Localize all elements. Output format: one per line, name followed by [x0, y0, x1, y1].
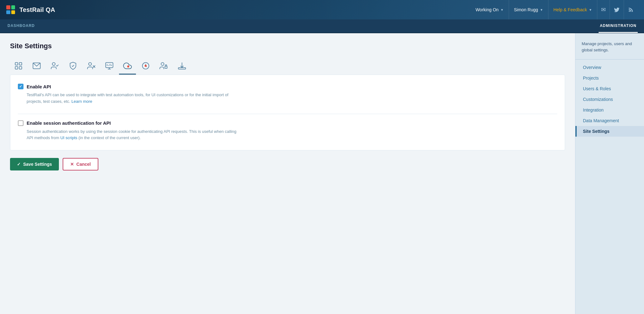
- download-icon: [178, 61, 186, 70]
- tab-user-access[interactable]: [155, 58, 172, 75]
- working-on-button[interactable]: Working On ▼: [470, 0, 509, 19]
- help-chevron-icon: ▼: [589, 8, 592, 12]
- shield-check-icon: [69, 61, 77, 70]
- learn-more-link[interactable]: Learn more: [71, 99, 92, 104]
- working-on-chevron-icon: ▼: [501, 8, 504, 12]
- mail-button[interactable]: ✉: [597, 0, 610, 19]
- cancel-label: Cancel: [76, 162, 91, 167]
- tab-export[interactable]: [174, 58, 190, 75]
- app-title: TestRail QA: [19, 6, 55, 13]
- svg-point-18: [145, 65, 147, 66]
- page-layout: Site Settings: [0, 33, 644, 314]
- sidebar: Manage projects, users and global settin…: [575, 33, 644, 314]
- svg-rect-20: [165, 66, 167, 68]
- rss-button[interactable]: [624, 0, 638, 19]
- logo-cell-yellow: [11, 10, 15, 14]
- save-label: Save Settings: [23, 162, 52, 167]
- user-menu-button[interactable]: Simon Rugg ▼: [509, 0, 548, 19]
- section-divider: [18, 114, 557, 114]
- sidebar-item-users-roles[interactable]: Users & Roles: [575, 83, 644, 94]
- user-check-icon: [50, 61, 59, 70]
- icon-tabs: [10, 58, 565, 75]
- cancel-button[interactable]: ✕ Cancel: [63, 158, 98, 170]
- tab-api[interactable]: [119, 58, 136, 75]
- session-description: Session authentication works by using th…: [18, 128, 237, 142]
- user-chevron-icon: ▼: [540, 8, 543, 12]
- svg-point-19: [161, 62, 164, 65]
- user-x-icon: [87, 61, 96, 70]
- tab-user-management[interactable]: [83, 58, 100, 75]
- tab-users[interactable]: [46, 58, 63, 75]
- sidebar-item-integration[interactable]: Integration: [575, 105, 644, 115]
- secondary-nav-right: ADMINISTRATION: [599, 19, 638, 33]
- tab-email[interactable]: [28, 58, 45, 75]
- session-section: Enable session authentication for API Se…: [18, 120, 557, 142]
- sidebar-item-data-management[interactable]: Data Management: [575, 115, 644, 126]
- sidebar-item-projects[interactable]: Projects: [575, 73, 644, 83]
- svg-rect-9: [106, 62, 113, 67]
- twitter-icon: [614, 7, 620, 13]
- user-name-label: Simon Rugg: [514, 7, 538, 12]
- sidebar-item-customizations[interactable]: Customizations: [575, 94, 644, 105]
- top-nav: TestRail QA Working On ▼ Simon Rugg ▼ He…: [0, 0, 644, 19]
- api-description: TestRail's API can be used to integrate …: [18, 92, 237, 105]
- email-icon: [32, 61, 41, 70]
- nav-administration[interactable]: ADMINISTRATION: [599, 19, 638, 33]
- api-header: Enable API: [18, 84, 557, 89]
- main-content: Site Settings: [0, 33, 575, 314]
- svg-point-5: [52, 62, 55, 65]
- enable-session-label: Enable session authentication for API: [27, 120, 111, 126]
- tab-general[interactable]: [10, 58, 27, 75]
- secondary-nav: DASHBOARD ADMINISTRATION: [0, 19, 644, 33]
- logo-cell-red: [6, 5, 10, 9]
- page-title: Site Settings: [10, 42, 565, 50]
- svg-rect-0: [15, 62, 18, 65]
- tab-time[interactable]: [137, 58, 154, 75]
- enable-session-checkbox[interactable]: [18, 120, 23, 126]
- enable-api-checkbox[interactable]: [18, 84, 23, 89]
- session-header: Enable session authentication for API: [18, 120, 557, 126]
- secondary-nav-left: DASHBOARD: [6, 19, 36, 33]
- tab-integration[interactable]: [101, 58, 118, 75]
- session-desc-after: (in the context of the current user).: [77, 135, 141, 140]
- api-desc-text: TestRail's API can be used to integrate …: [27, 92, 228, 104]
- rss-icon: [628, 7, 634, 13]
- ui-scripts-link[interactable]: UI scripts: [60, 135, 77, 140]
- svg-point-6: [89, 62, 91, 65]
- button-row: ✓ Save Settings ✕ Cancel: [10, 158, 565, 170]
- user-lock-icon: [159, 61, 168, 70]
- nav-brand: TestRail QA: [6, 5, 55, 14]
- svg-rect-2: [15, 66, 18, 69]
- clock-icon: [141, 61, 150, 70]
- sidebar-item-overview[interactable]: Overview: [575, 62, 644, 73]
- content-box: Enable API TestRail's API can be used to…: [10, 75, 565, 150]
- tab-security[interactable]: [65, 58, 81, 75]
- nav-right: Working On ▼ Simon Rugg ▼ Help & Feedbac…: [470, 0, 638, 19]
- sidebar-item-site-settings[interactable]: Site Settings: [575, 126, 644, 137]
- twitter-button[interactable]: [610, 0, 624, 19]
- save-checkmark-icon: ✓: [17, 162, 21, 167]
- logo-cell-blue: [6, 10, 10, 14]
- help-feedback-button[interactable]: Help & Feedback ▼: [548, 0, 597, 19]
- save-settings-button[interactable]: ✓ Save Settings: [10, 158, 59, 170]
- logo-cell-green: [11, 5, 15, 9]
- app-logo: [6, 5, 15, 14]
- mail-icon: ✉: [601, 6, 606, 13]
- api-section: Enable API TestRail's API can be used to…: [18, 84, 557, 105]
- api-cloud-icon: [123, 61, 132, 70]
- enable-api-label: Enable API: [27, 84, 51, 89]
- nav-dashboard[interactable]: DASHBOARD: [6, 19, 36, 33]
- svg-rect-3: [19, 66, 22, 69]
- sidebar-description: Manage projects, users and global settin…: [575, 38, 644, 60]
- integration-icon: [105, 61, 114, 70]
- working-on-label: Working On: [475, 7, 499, 12]
- help-label: Help & Feedback: [553, 7, 587, 12]
- cancel-x-icon: ✕: [70, 162, 74, 167]
- grid-icon: [14, 61, 23, 70]
- svg-rect-1: [19, 62, 22, 65]
